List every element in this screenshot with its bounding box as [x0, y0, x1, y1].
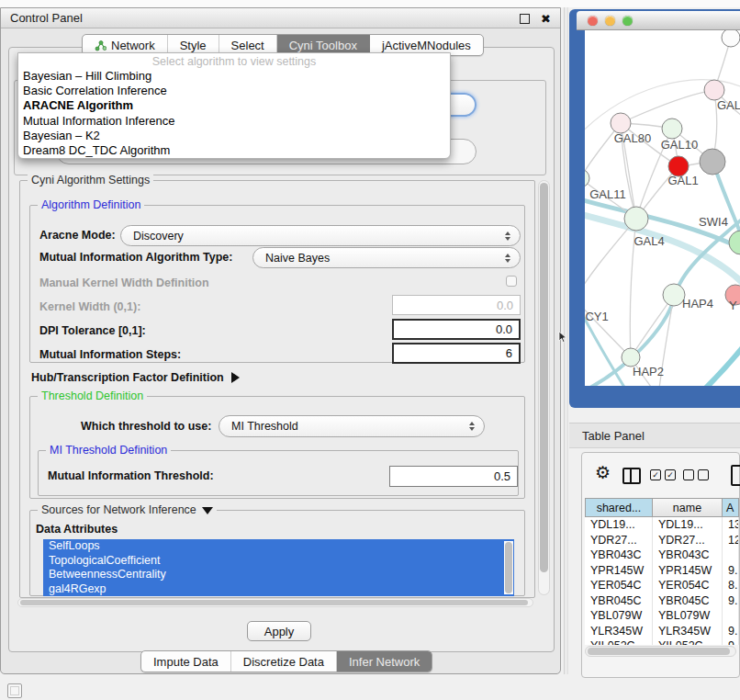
table-row[interactable]: YDR27...YDR27...12 [585, 533, 739, 548]
column-header-a[interactable]: A [723, 498, 739, 517]
table-cell[interactable]: YLR345W [585, 624, 653, 639]
column-header-shared[interactable]: shared... [585, 498, 653, 517]
network-node[interactable] [622, 348, 640, 367]
algorithm-option-basic-correlation-inference[interactable]: Basic Correlation Inference [18, 84, 450, 98]
apply-button[interactable]: Apply [247, 621, 311, 641]
network-node[interactable] [662, 119, 682, 139]
export-table-icon[interactable] [731, 465, 740, 486]
network-node[interactable] [700, 149, 725, 175]
mi-type-select[interactable]: Naive Bayes [252, 247, 521, 268]
mi-threshold-field[interactable]: 0.5 [389, 466, 518, 487]
zoom-window-icon[interactable] [622, 16, 633, 26]
table-cell[interactable]: YBL079W [653, 608, 723, 624]
tab-infer-network[interactable]: Infer Network [337, 651, 432, 672]
algorithm-option-bayesian-hill-climbing[interactable]: Bayesian – Hill Climbing [18, 69, 450, 84]
table-cell[interactable]: 13 [723, 517, 739, 533]
table-cell[interactable]: 9. [723, 563, 739, 579]
table-cell[interactable] [723, 548, 739, 563]
checked-checkbox-icon: ✓ [650, 469, 661, 480]
aracne-mode-select[interactable]: Discovery [120, 225, 521, 246]
network-node[interactable] [722, 30, 740, 47]
table-cell[interactable]: YDR27... [653, 533, 723, 548]
table-cell[interactable]: YER054C [653, 578, 723, 593]
table-row[interactable]: YLR345WYLR345W9. [585, 624, 739, 639]
aracne-mode-value: Discovery [133, 230, 184, 243]
table-row[interactable]: YIL052CYIL052C9. [585, 638, 739, 645]
kernel-width-field[interactable]: 0.0 [392, 295, 521, 315]
table-cell[interactable]: YLR345W [653, 624, 723, 639]
node-label-gcy1: GCY1 [585, 310, 609, 323]
tab-impute-data[interactable]: Impute Data [141, 651, 231, 672]
algorithm-popup-header: Select algorithm to view settings [18, 53, 450, 69]
table-cell[interactable]: YIL052C [585, 638, 653, 645]
table-cell[interactable]: YDL19... [653, 517, 723, 533]
dpi-tolerance-field[interactable]: 0.0 [392, 319, 521, 340]
table-cell[interactable]: YDL19... [585, 517, 653, 533]
table-cell[interactable]: 9. [723, 593, 739, 609]
table-cell[interactable]: YIL052C [653, 638, 723, 645]
checked-checkbox-icon: ✓ [665, 469, 676, 480]
table-row[interactable]: YBL079WYBL079W [585, 608, 739, 624]
table-cell[interactable]: 9. [723, 638, 739, 645]
which-threshold-select[interactable]: MI Threshold [219, 415, 485, 437]
network-node[interactable] [624, 207, 648, 231]
settings-horizontal-scrollbar[interactable] [17, 598, 533, 607]
table-cell[interactable]: 9. [723, 624, 739, 639]
table-cell[interactable]: YBR045C [585, 593, 653, 609]
table-cell[interactable]: 8. [723, 578, 739, 593]
network-node[interactable] [704, 80, 724, 100]
table-cell[interactable]: 12 [723, 533, 739, 548]
hub-definition-disclosure[interactable]: Hub/Transcription Factor Definition [31, 368, 240, 385]
control-panel-titlebar: Control Panel ✖ [1, 8, 560, 28]
attribute-item-betweennesscentrality[interactable]: BetweennessCentrality [43, 568, 514, 582]
table-row[interactable]: YPR145WYPR145W9. [585, 563, 739, 579]
select-all-columns-icon[interactable]: ✓✓ [650, 469, 676, 480]
table-cell[interactable]: YBL079W [585, 608, 653, 624]
dock-panel-icon[interactable] [7, 683, 22, 698]
table-cell[interactable]: YBR043C [653, 548, 723, 563]
column-header-name[interactable]: name [653, 498, 723, 517]
table-row[interactable]: YBR043CYBR043C [585, 548, 739, 563]
network-view-window: GALGAL80GAL10GAL1GAL11SWI4GAL4GCY1HAP4YH… [569, 9, 740, 408]
attributes-vertical-scrollbar[interactable] [504, 541, 513, 594]
columns-icon[interactable] [622, 468, 641, 484]
table-panel: ⚙ ✓✓ shared...nameA YDL19...YDL19...13YD… [581, 452, 740, 678]
settings-vertical-scrollbar[interactable] [538, 180, 550, 595]
close-panel-icon[interactable]: ✖ [541, 13, 551, 25]
table-cell[interactable] [723, 608, 739, 624]
minimize-window-icon[interactable] [605, 16, 615, 26]
table-row[interactable]: YDL19...YDL19...13 [585, 517, 739, 533]
attribute-item-topologicalcoefficient[interactable]: TopologicalCoefficient [43, 554, 514, 569]
float-panel-icon[interactable] [520, 14, 530, 24]
tab-discretize-data[interactable]: Discretize Data [231, 651, 337, 672]
node-label-gal80: GAL80 [614, 131, 651, 145]
network-canvas[interactable]: GALGAL80GAL10GAL1GAL11SWI4GAL4GCY1HAP4YH… [585, 30, 740, 386]
mi-steps-field[interactable]: 6 [392, 343, 521, 364]
table-cell[interactable]: YBR045C [653, 593, 723, 609]
table-row[interactable]: YBR045CYBR045C9. [585, 593, 739, 609]
algorithm-option-mutual-information-inference[interactable]: Mutual Information Inference [18, 114, 450, 129]
network-window-titlebar[interactable] [577, 11, 740, 30]
table-horizontal-scrollbar[interactable] [585, 646, 736, 657]
algorithm-option-aracne-algorithm[interactable]: ARACNE Algorithm [18, 98, 450, 113]
spinner-icon [505, 231, 510, 241]
algorithm-option-dream8-dc-tdc-algorithm[interactable]: Dream8 DC_TDC Algorithm [18, 143, 450, 158]
control-panel-title: Control Panel [10, 11, 83, 25]
table-cell[interactable]: YPR145W [653, 563, 723, 579]
mi-threshold-box: MI Threshold Definition Mutual Informati… [38, 450, 519, 496]
table-row[interactable]: YER054CYER054C8. [585, 578, 739, 593]
algorithm-option-bayesian-k2[interactable]: Bayesian – K2 [18, 129, 450, 143]
table-cell[interactable]: YER054C [585, 578, 653, 593]
gear-icon[interactable]: ⚙ [595, 464, 611, 481]
close-window-icon[interactable] [588, 16, 598, 26]
table-cell[interactable]: YDR27... [585, 533, 653, 548]
table-cell[interactable]: YPR145W [585, 563, 653, 579]
network-node[interactable] [611, 113, 631, 133]
manual-kernel-checkbox[interactable] [506, 276, 517, 287]
sources-title[interactable]: Sources for Network Inference [38, 503, 217, 516]
attribute-item-selfloops[interactable]: SelfLoops [43, 539, 514, 554]
table-cell[interactable]: YBR043C [585, 548, 653, 563]
deselect-all-columns-icon[interactable] [683, 469, 709, 480]
attribute-item-gal4rgexp[interactable]: gal4RGexp [43, 582, 514, 597]
network-node[interactable] [729, 231, 740, 254]
